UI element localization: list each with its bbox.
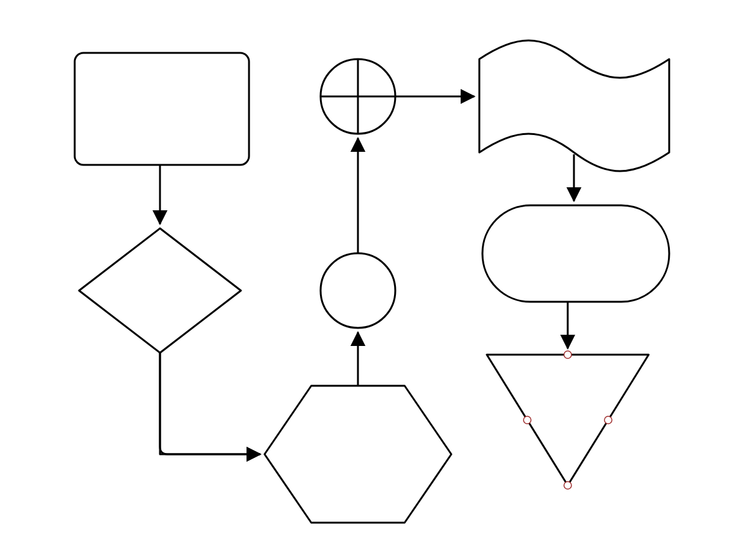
svg-marker-2: [265, 386, 451, 523]
selection-handle[interactable]: [524, 416, 531, 424]
svg-rect-0: [75, 53, 249, 165]
shape-sum-junction[interactable]: [321, 59, 395, 134]
selection-handle[interactable]: [564, 482, 571, 489]
svg-point-3: [321, 253, 395, 328]
svg-marker-1: [79, 228, 241, 353]
shape-stadium[interactable]: [482, 205, 669, 302]
selection-handle[interactable]: [564, 351, 571, 358]
svg-marker-8: [487, 355, 649, 485]
shape-diamond[interactable]: [79, 228, 241, 353]
diagram-canvas[interactable]: [0, 0, 747, 560]
svg-rect-7: [482, 205, 669, 302]
shape-circle[interactable]: [321, 253, 395, 328]
selection-handle[interactable]: [604, 416, 612, 424]
shape-triangle-down[interactable]: [487, 351, 649, 489]
shape-rounded-rect[interactable]: [75, 53, 249, 165]
shape-hexagon[interactable]: [265, 386, 451, 523]
connector-diamond-to-hexagon[interactable]: [160, 353, 260, 454]
shape-wave-flag[interactable]: [479, 40, 669, 171]
